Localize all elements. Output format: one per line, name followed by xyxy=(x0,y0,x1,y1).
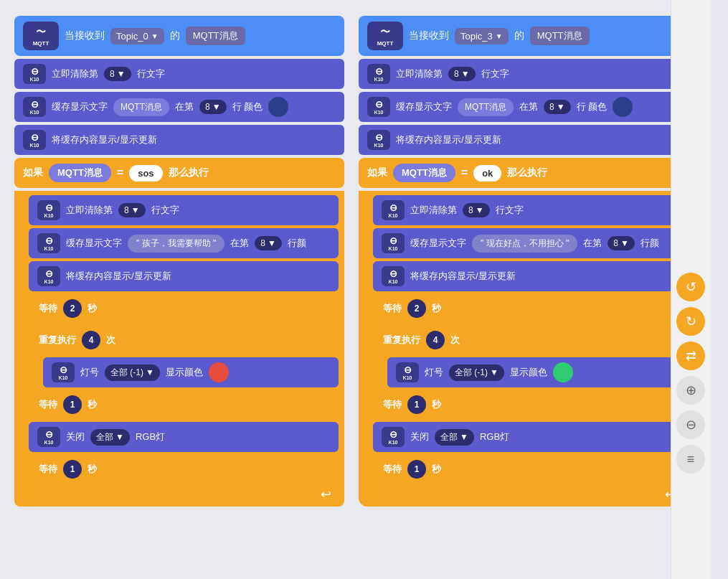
left-repeat-num[interactable]: 4 xyxy=(82,331,100,349)
left-cache1-color[interactable] xyxy=(268,97,288,117)
left-clear-block1[interactable]: ⊖ K10 立即清除第 8 ▼ 行文字 xyxy=(14,59,344,89)
right-close-prefix: 关闭 xyxy=(410,430,429,443)
left-k10-icon5: ⊖ K10 xyxy=(37,233,60,253)
left-k10-icon6: ⊖ K10 xyxy=(37,266,60,286)
zoom-out-button[interactable]: ⊖ xyxy=(676,410,705,439)
undo-button[interactable]: ↺ xyxy=(676,273,705,301)
right-clear1-prefix: 立即清除第 xyxy=(396,67,443,80)
right-led-prefix: 灯号 xyxy=(425,366,443,379)
fit-button[interactable]: ≡ xyxy=(676,445,705,474)
left-if-block[interactable]: 如果 MQTT消息 = sos 那么执行 xyxy=(14,158,344,188)
left-repeat-prefix: 重复执行 xyxy=(39,334,76,347)
right-cache-block2[interactable]: ⊖ K10 缓存显示文字 " 现在好点，不用担心 " 在第 8 ▼ 行颜 xyxy=(373,228,683,258)
left-topic-dropdown[interactable]: Topic_0 ▼ xyxy=(110,28,164,44)
right-update1-text: 将缓存内容显示/显示更新 xyxy=(396,133,501,146)
left-clear2-prefix: 立即清除第 xyxy=(66,204,113,217)
left-refresh-arrow: ↩ xyxy=(321,486,331,502)
left-clear2-suffix: 行文字 xyxy=(151,204,179,217)
right-repeat-num[interactable]: 4 xyxy=(426,331,445,349)
left-cache1-num[interactable]: 8 ▼ xyxy=(199,100,227,114)
right-update-block1[interactable]: ⊖ K10 将缓存内容显示/显示更新 xyxy=(359,125,689,155)
right-led-block[interactable]: ⊖ K10 灯号 全部 (-1) ▼ 显示颜色 xyxy=(387,357,683,387)
right-wait1-num[interactable]: 2 xyxy=(407,299,426,318)
left-cache-block1[interactable]: ⊖ K10 缓存显示文字 MQTT消息 在第 8 ▼ 行 颜色 xyxy=(14,92,344,122)
left-close-dropdown[interactable]: 全部 ▼ xyxy=(90,429,130,446)
right-topic-arrow: ▼ xyxy=(496,32,503,40)
right-wait3-prefix: 等待 xyxy=(383,463,402,476)
left-if-body: ⊖ K10 立即清除第 8 ▼ 行文字 ⊖ K10 缓存显示文字 " 孩子，我需… xyxy=(14,191,344,507)
right-if-condition: MQTT消息 xyxy=(393,164,455,182)
left-wait-block2[interactable]: 等待 1 秒 xyxy=(29,390,339,419)
left-cache1-text: MQTT消息 xyxy=(113,98,169,116)
right-close-block[interactable]: ⊖ K10 关闭 全部 ▼ RGB灯 xyxy=(373,422,683,452)
left-wait3-num[interactable]: 1 xyxy=(63,460,82,479)
left-clear2-num[interactable]: 8 ▼ xyxy=(118,203,146,217)
left-wait-block3[interactable]: 等待 1 秒 xyxy=(29,455,339,484)
left-wait2-prefix: 等待 xyxy=(39,398,57,411)
right-led-dropdown[interactable]: 全部 (-1) ▼ xyxy=(449,364,504,381)
right-wait2-num[interactable]: 1 xyxy=(407,395,426,414)
left-led-suffix: 显示颜色 xyxy=(166,366,203,379)
right-cache1-color[interactable] xyxy=(613,97,633,117)
left-cache-block2[interactable]: ⊖ K10 缓存显示文字 " 孩子，我需要帮助 " 在第 8 ▼ 行颜 xyxy=(29,228,339,258)
left-clear-block2[interactable]: ⊖ K10 立即清除第 8 ▼ 行文字 xyxy=(29,195,339,225)
right-cache1-text: MQTT消息 xyxy=(458,98,514,116)
left-if-value: sos xyxy=(129,165,162,182)
left-led-block[interactable]: ⊖ K10 灯号 全部 (-1) ▼ 显示颜色 xyxy=(43,357,339,387)
left-wait2-num[interactable]: 1 xyxy=(63,395,82,414)
left-close-block[interactable]: ⊖ K10 关闭 全部 ▼ RGB灯 xyxy=(29,422,339,452)
right-topic-dropdown[interactable]: Topic_3 ▼ xyxy=(455,28,509,44)
left-k10-icon1: ⊖ K10 xyxy=(23,64,46,84)
right-repeat-block[interactable]: 重复执行 4 次 xyxy=(373,326,683,354)
right-update-block2[interactable]: ⊖ K10 将缓存内容显示/显示更新 xyxy=(373,261,683,291)
right-cache1-suffix: 行 颜色 xyxy=(577,100,608,113)
left-led-dropdown[interactable]: 全部 (-1) ▼ xyxy=(105,364,160,381)
right-close-dropdown[interactable]: 全部 ▼ xyxy=(435,429,474,446)
right-cache2-num[interactable]: 8 ▼ xyxy=(608,236,635,250)
left-wait2-suffix: 秒 xyxy=(88,398,97,411)
right-k10-icon2: ⊖ K10 xyxy=(367,97,390,117)
right-if-block[interactable]: 如果 MQTT消息 = ok 那么执行 xyxy=(359,158,689,188)
left-led-color[interactable] xyxy=(209,362,229,382)
left-cache2-prefix: 缓存显示文字 xyxy=(66,237,122,250)
right-wait3-num[interactable]: 1 xyxy=(407,460,426,479)
left-update1-text: 将缓存内容显示/显示更新 xyxy=(52,133,157,146)
left-wait-block1[interactable]: 等待 2 秒 xyxy=(29,294,339,323)
right-mqtt-trigger[interactable]: 〜 MQTT 当接收到 Topic_3 ▼ 的 MQTT消息 xyxy=(359,16,689,56)
left-clear1-num[interactable]: 8 ▼ xyxy=(104,67,131,81)
left-wait1-num[interactable]: 2 xyxy=(63,299,82,318)
right-clear2-num[interactable]: 8 ▼ xyxy=(463,203,490,217)
transform-button[interactable]: ⇄ xyxy=(676,342,705,370)
left-update-block1[interactable]: ⊖ K10 将缓存内容显示/显示更新 xyxy=(14,125,344,155)
workspace: DF 〜 MQTT 当接收到 Topic_0 ▼ 的 MQTT消息 ⊖ K10 … xyxy=(0,0,710,579)
left-wait1-prefix: 等待 xyxy=(39,302,57,315)
right-cache1-num[interactable]: 8 ▼ xyxy=(544,100,571,114)
right-cache2-text: " 现在好点，不用担心 " xyxy=(472,235,577,253)
left-wait3-prefix: 等待 xyxy=(39,463,57,476)
zoom-in-button[interactable]: ⊕ xyxy=(676,376,705,405)
redo-button[interactable]: ↻ xyxy=(676,307,705,336)
left-close-suffix: RGB灯 xyxy=(136,430,165,443)
left-cache2-num[interactable]: 8 ▼ xyxy=(255,236,282,250)
left-update-block2[interactable]: ⊖ K10 将缓存内容显示/显示更新 xyxy=(29,261,339,291)
right-clear1-num[interactable]: 8 ▼ xyxy=(448,67,476,81)
left-wait1-suffix: 秒 xyxy=(88,302,97,315)
right-cache-block1[interactable]: ⊖ K10 缓存显示文字 MQTT消息 在第 8 ▼ 行 颜色 xyxy=(359,92,689,122)
left-mqtt-trigger[interactable]: 〜 MQTT 当接收到 Topic_0 ▼ 的 MQTT消息 xyxy=(14,16,344,56)
right-wait-block1[interactable]: 等待 2 秒 xyxy=(373,294,683,323)
right-cache2-middle: 在第 xyxy=(583,237,602,250)
right-k10-icon3: ⊖ K10 xyxy=(367,130,390,150)
right-mqtt-msg-badge: MQTT消息 xyxy=(530,27,590,45)
right-wait1-prefix: 等待 xyxy=(383,302,402,315)
right-if-body: ⊖ K10 立即清除第 8 ▼ 行文字 ⊖ K10 缓存显示文字 " 现在好点，… xyxy=(359,191,689,507)
right-wait-block2[interactable]: 等待 1 秒 xyxy=(373,390,683,419)
left-repeat-block[interactable]: 重复执行 4 次 xyxy=(29,326,339,354)
right-k10-icon1: ⊖ K10 xyxy=(367,64,390,84)
right-led-color[interactable] xyxy=(553,362,573,382)
right-wait-block3[interactable]: 等待 1 秒 xyxy=(373,455,683,484)
right-clear-block1[interactable]: ⊖ K10 立即清除第 8 ▼ 行文字 xyxy=(359,59,689,89)
left-k10-icon4: ⊖ K10 xyxy=(37,200,60,220)
right-clear-block2[interactable]: ⊖ K10 立即清除第 8 ▼ 行文字 xyxy=(373,195,683,225)
left-trigger-middle: 的 xyxy=(170,29,180,42)
right-trigger-middle: 的 xyxy=(514,29,524,42)
